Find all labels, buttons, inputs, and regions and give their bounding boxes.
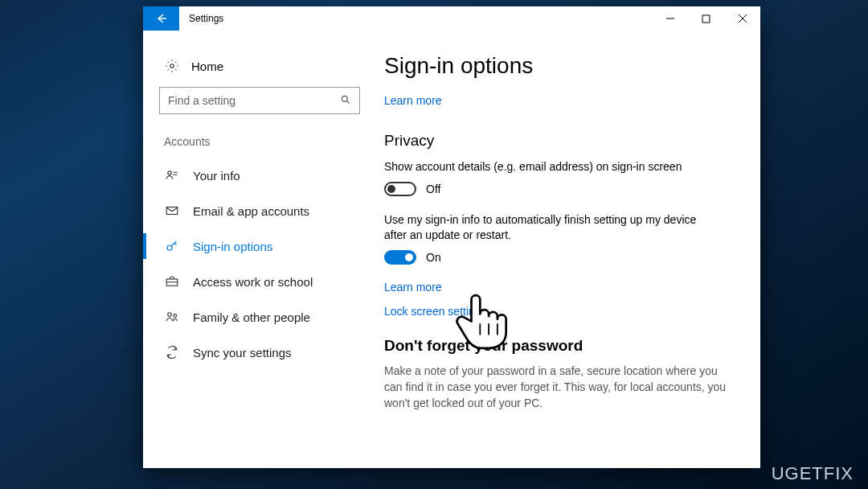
close-button[interactable] bbox=[724, 6, 760, 31]
lock-screen-settings-link[interactable]: Lock screen settings bbox=[384, 305, 736, 318]
watermark: UGETFIX bbox=[772, 463, 854, 484]
sidebar-item-label: Email & app accounts bbox=[193, 204, 309, 218]
svg-point-2 bbox=[342, 96, 347, 101]
privacy-setting2-toggle[interactable] bbox=[384, 250, 416, 265]
sync-icon bbox=[164, 344, 180, 360]
home-button[interactable]: Home bbox=[159, 55, 360, 87]
svg-point-3 bbox=[168, 171, 172, 175]
back-button[interactable] bbox=[143, 6, 179, 31]
sidebar-item-label: Your info bbox=[193, 169, 240, 183]
svg-rect-0 bbox=[702, 15, 710, 23]
privacy-heading: Privacy bbox=[384, 132, 736, 150]
sidebar-item-sync[interactable]: Sync your settings bbox=[159, 335, 360, 370]
svg-point-1 bbox=[170, 64, 174, 68]
svg-point-8 bbox=[174, 314, 177, 318]
sidebar-item-label: Access work or school bbox=[193, 275, 313, 289]
sidebar-item-label: Sign-in options bbox=[193, 240, 272, 253]
titlebar: Settings bbox=[143, 6, 760, 31]
people-icon bbox=[164, 309, 180, 325]
svg-point-7 bbox=[168, 313, 172, 317]
privacy-setting1-toggle[interactable] bbox=[384, 182, 416, 196]
settings-window: Settings Home Find a setting Accounts bbox=[143, 6, 760, 468]
privacy-setting1-label: Show account details (e.g. email address… bbox=[384, 159, 706, 175]
svg-rect-4 bbox=[166, 208, 178, 215]
person-card-icon bbox=[164, 167, 180, 183]
forgot-password-heading: Don't forget your password bbox=[384, 337, 736, 355]
privacy-setting2-state: On bbox=[426, 251, 441, 264]
svg-point-5 bbox=[167, 245, 172, 250]
window-title: Settings bbox=[179, 6, 652, 31]
privacy-setting2-label: Use my sign-in info to automatically fin… bbox=[384, 212, 706, 244]
forgot-password-text: Make a note of your password in a safe, … bbox=[384, 363, 730, 412]
home-label: Home bbox=[191, 60, 223, 73]
key-icon bbox=[164, 238, 180, 254]
maximize-button[interactable] bbox=[688, 6, 724, 31]
minimize-button[interactable] bbox=[652, 6, 688, 31]
briefcase-icon bbox=[164, 273, 180, 290]
sidebar-item-signin-options[interactable]: Sign-in options bbox=[159, 228, 360, 264]
sidebar-item-label: Sync your settings bbox=[193, 346, 292, 360]
learn-more-link-2[interactable]: Learn more bbox=[384, 281, 736, 294]
sidebar-item-work-school[interactable]: Access work or school bbox=[159, 264, 360, 299]
sidebar-section: Accounts bbox=[159, 135, 360, 148]
sidebar-item-label: Family & other people bbox=[193, 310, 310, 324]
mail-icon bbox=[164, 203, 180, 219]
page-title: Sign-in options bbox=[384, 53, 736, 79]
search-placeholder: Find a setting bbox=[168, 94, 235, 107]
sidebar-item-family[interactable]: Family & other people bbox=[159, 299, 360, 335]
sidebar-item-email-accounts[interactable]: Email & app accounts bbox=[159, 193, 360, 228]
gear-icon bbox=[164, 58, 180, 74]
sidebar: Home Find a setting Accounts Your info E… bbox=[143, 31, 376, 468]
search-input[interactable]: Find a setting bbox=[159, 87, 360, 114]
privacy-setting1-state: Off bbox=[426, 183, 440, 195]
sidebar-item-your-info[interactable]: Your info bbox=[159, 158, 360, 193]
content-pane: Sign-in options Learn more Privacy Show … bbox=[376, 31, 760, 468]
learn-more-link[interactable]: Learn more bbox=[384, 94, 442, 107]
search-icon bbox=[340, 94, 351, 108]
